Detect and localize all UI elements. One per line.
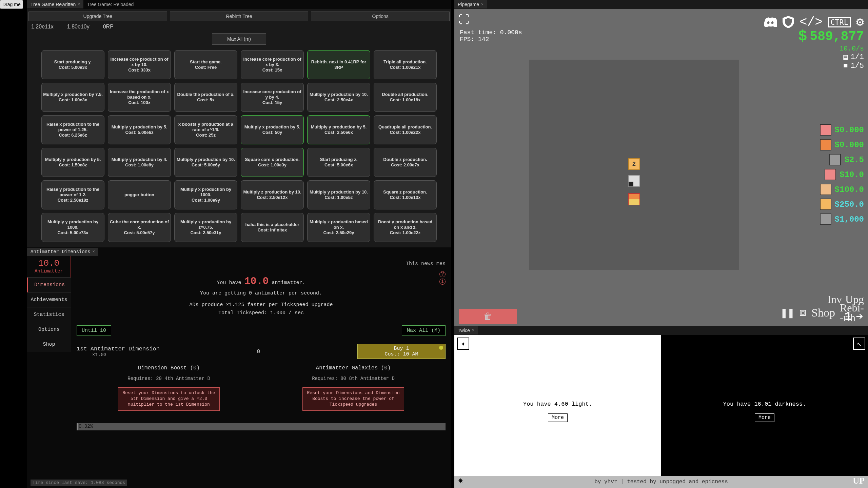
upgrade-node[interactable]: Multiply x production by 5.Cost: 50y [241,115,304,144]
count-selector[interactable]: 1 ➔ [845,309,863,324]
tab-antimatter[interactable]: Antimatter Dimensions × [27,248,98,256]
upgrade-node[interactable]: Multiply y production by 10.Cost: 2.50e4… [307,83,370,112]
code-icon[interactable]: </> [800,15,823,29]
close-icon[interactable]: × [92,249,95,254]
shop-item-price: $250.0 [835,200,864,209]
upgrade-node[interactable]: Multiply y production by 10.Cost: 1.00e5… [307,180,370,209]
dimension-row: 1st Antimatter Dimension ×1.03 0 Buy 1 C… [77,344,446,359]
upgrade-node[interactable]: x boosts y production at a rate of x^1/6… [174,115,237,144]
upgrade-node[interactable]: Rebirth. next in 0.41RP for 3RP [307,50,370,79]
tab-twice[interactable]: Twice × [454,326,478,334]
upgrade-node[interactable]: Start producing z.Cost: 5.00e6x [307,148,370,177]
light-more-button[interactable]: More [548,413,568,422]
until-10-button[interactable]: Until 10 [77,325,111,336]
arrow-right-icon[interactable]: ➔ [856,309,863,324]
light-icon[interactable]: ✦ [457,338,469,350]
shield-icon[interactable] [783,16,794,28]
upgrade-node[interactable]: Multiply y production by 10.Cost: 5.00e6… [174,148,237,177]
drag-handle[interactable]: Drag me [0,0,23,9]
generator-tile[interactable] [628,193,640,205]
up-label[interactable]: UP [853,476,865,486]
upgrade-node[interactable]: Square core x production.Cost: 1.00e3y [241,148,304,177]
dimension-boost-button[interactable]: Reset your Dimensions to unlock the 5th … [118,387,220,411]
upgrade-node[interactable]: Multiply y production by 5.Cost: 2.50e6x [307,115,370,144]
upgrade-node[interactable]: Increase core production of x by 3.Cost:… [241,50,304,79]
upgrade-node[interactable]: Square z production.Cost: 1.00e13x [374,180,437,209]
upgrade-node[interactable]: Boost y production based on x and z.Cost… [374,213,437,242]
stat-y: 1.80e10y [67,24,90,30]
antimatter-galaxy-button[interactable]: Reset your Dimensions and Dimension Boos… [302,387,404,411]
shop-item[interactable]: $2.5 [820,154,864,165]
upgrade-node[interactable]: Start producing y.Cost: 5.00e3x [41,50,104,79]
nav-statistics[interactable]: Statistics [27,307,71,322]
upgrade-node[interactable]: haha this is a placeholderCost: Infinite… [241,213,304,242]
tile-badge[interactable]: 2 [628,158,640,170]
upgrade-node[interactable]: Double the production of x.Cost: 5x [174,83,237,112]
tickspeed-line1: ADs produce ×1.125 faster per Tickspeed … [77,301,446,309]
upgrade-node[interactable]: Multiply y production by 5.Cost: 5.00e6z [108,115,171,144]
ctrl-icon[interactable]: CTRL [828,17,851,27]
upgrade-node[interactable]: Multiply z production based on x.Cost: 2… [307,213,370,242]
dark-more-button[interactable]: More [755,413,774,422]
info-icon[interactable]: i [439,279,446,285]
news-ticker: This news mes [406,261,446,267]
upgrade-tree-button[interactable]: Upgrade Tree [28,12,167,21]
upgrade-node[interactable]: Increase core production of x by 10.Cost… [108,50,171,79]
upgrade-node[interactable]: Multiply z production by 10.Cost: 2.50e1… [241,180,304,209]
upgrade-node[interactable]: Quadruple all production.Cost: 1.00e22x [374,115,437,144]
nav-achievements[interactable]: Achievements [27,292,71,307]
upgrade-node[interactable]: Raise x production to the power of 1.25.… [41,115,104,144]
upgrade-node[interactable]: Double all production.Cost: 1.00e18x [374,83,437,112]
shop-item-icon [820,184,831,195]
close-icon[interactable]: × [472,328,474,333]
tab-label: Antimatter Dimensions [31,249,90,255]
tab-tree-reloaded[interactable]: Tree Game: Reloaded [83,0,137,8]
shop-item[interactable]: $0.000 [820,139,864,150]
upgrade-node[interactable]: Triple all production.Cost: 1.00e21x [374,50,437,79]
upgrade-node[interactable]: Raise y production to the power of 1.2.C… [41,180,104,209]
antimatter-count: 10.0 Antimatter [27,256,71,278]
playfield[interactable]: 2 [529,60,739,270]
upgrade-node[interactable]: Double z production.Cost: 2.00e7x [374,148,437,177]
shop-item-icon [825,169,836,180]
close-icon[interactable]: × [481,2,484,7]
discord-icon[interactable] [764,17,777,27]
upgrade-node[interactable]: Multiply x production by z^0.75.Cost: 2.… [174,213,237,242]
shop-item[interactable]: $100.0 [820,184,864,195]
trash-button[interactable]: 🗑 [459,309,517,324]
shop-item[interactable]: $0.000 [820,124,864,136]
buy-dimension-button[interactable]: Buy 1 Cost: 10 AM [357,344,446,359]
tree-tabs: Tree Game Rewritten × Tree Game: Reloade… [27,0,451,9]
close-icon[interactable]: × [78,2,80,7]
nav-shop[interactable]: Shop [27,337,71,352]
dark-icon[interactable]: ↖ [853,338,865,350]
fullscreen-icon[interactable]: ⛶ [458,13,470,27]
gear-icon[interactable]: ✷ [458,474,463,486]
upgrade-node[interactable]: Multiply x production by 7.5.Cost: 1.00e… [41,83,104,112]
nav-options[interactable]: Options [27,322,71,337]
upgrade-node[interactable]: Increase the production of x based on x.… [108,83,171,112]
shop-item[interactable]: $1,000 [820,214,864,225]
upgrade-node[interactable]: Multiply y production by 5.Cost: 1.50e8z [41,148,104,177]
shop-item[interactable]: $10.0 [820,169,864,180]
shop-item[interactable]: $250.0 [820,199,864,210]
upgrade-node[interactable]: Increase core production of y by 4.Cost:… [241,83,304,112]
nav-dimensions[interactable]: Dimensions [27,278,71,292]
max-all-m-button[interactable]: Max All (M) [402,325,446,336]
upgrade-node[interactable]: pogger button [108,180,171,209]
upgrade-node[interactable]: Multiply y production by 1000.Cost: 5.00… [41,213,104,242]
upgrade-node[interactable]: Multiply x production by 1000.Cost: 1.00… [174,180,237,209]
stat-rp: 0RP [103,24,114,30]
shop-item-icon [820,124,831,136]
upgrade-node[interactable]: Cube the core production of x.Cost: 5.00… [108,213,171,242]
pipe-tile[interactable] [628,175,640,187]
tab-pipegame[interactable]: Pipegame × [454,0,487,8]
tab-tree-rewritten[interactable]: Tree Game Rewritten × [27,0,83,8]
options-button[interactable]: Options [311,12,450,21]
inventory-icon: ▤ [843,53,848,62]
max-all-button[interactable]: Max All (m) [212,33,266,45]
upgrade-node[interactable]: Start the game.Cost: Free [174,50,237,79]
help-icon[interactable]: ? [439,271,446,277]
rebirth-tree-button[interactable]: Rebirth Tree [170,12,309,21]
upgrade-node[interactable]: Multiply y production by 4.Cost: 1.00e8y [108,148,171,177]
